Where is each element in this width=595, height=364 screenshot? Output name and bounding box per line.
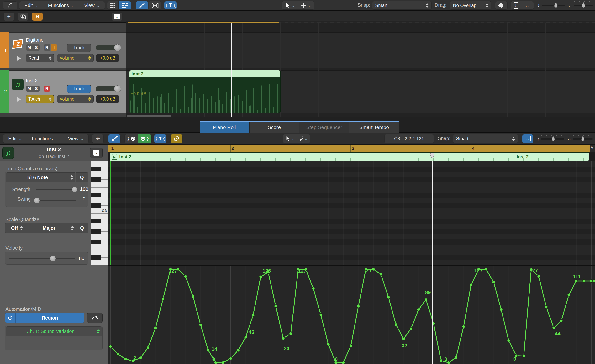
record-enable-button[interactable]: R	[43, 44, 50, 51]
arrange-menu-view[interactable]: View⌄	[79, 1, 105, 9]
zoom-slider-handle[interactable]	[581, 136, 585, 142]
hide-tracks-button[interactable]: H	[32, 12, 43, 21]
horizontal-scrollbar[interactable]	[127, 115, 171, 117]
strength-slider[interactable]	[36, 189, 76, 190]
mute-button[interactable]: M	[26, 44, 33, 51]
automation-point[interactable]	[582, 280, 585, 282]
pr-menu-view[interactable]: View⌄	[63, 134, 88, 143]
black-key[interactable]	[91, 167, 101, 171]
automation-point[interactable]	[372, 268, 375, 271]
link-button[interactable]	[170, 134, 183, 143]
black-key[interactable]	[91, 255, 101, 260]
automation-point[interactable]	[274, 305, 277, 308]
automation-point[interactable]	[162, 298, 164, 301]
track1-automation-mode[interactable]: Read	[26, 54, 54, 62]
automation-point[interactable]	[440, 359, 443, 362]
flex-button[interactable]	[149, 1, 162, 10]
slider-knob[interactable]	[114, 44, 121, 51]
automation-point[interactable]	[455, 356, 458, 359]
automation-point[interactable]	[462, 325, 465, 328]
automation-lane[interactable]: 21271404612624127012732890127012744111	[108, 265, 595, 364]
pr-catch-button[interactable]: ❯ ❮	[154, 134, 166, 143]
power-icon[interactable]	[5, 313, 16, 322]
pr-auto-zoom-button[interactable]: ↔	[522, 134, 533, 143]
automation-point[interactable]	[425, 298, 428, 301]
midi-region-inst2[interactable]: Inst 2 +0.0 dB	[129, 70, 281, 113]
automation-point[interactable]	[387, 296, 390, 299]
track2-number[interactable]: 2	[2, 70, 9, 113]
velocity-slider[interactable]	[9, 258, 75, 259]
tab-score[interactable]: Score	[249, 122, 299, 133]
pr-horizontal-zoom-slider[interactable]	[573, 138, 593, 140]
list-view-button[interactable]	[119, 1, 131, 10]
zoom-slider-handle[interactable]	[581, 2, 586, 9]
slider-knob[interactable]	[114, 85, 121, 92]
automation-point[interactable]	[342, 361, 345, 364]
automation-point[interactable]	[192, 295, 195, 298]
automation-point[interactable]	[282, 337, 285, 340]
duplicate-track-button[interactable]	[18, 12, 28, 21]
tab-piano-roll[interactable]: Piano Roll	[200, 122, 249, 133]
automation-point[interactable]	[410, 327, 412, 330]
solo-button[interactable]: S	[33, 44, 40, 51]
automation-point[interactable]	[380, 273, 382, 276]
automation-point[interactable]	[237, 349, 240, 352]
region-automation-line[interactable]	[129, 98, 280, 98]
track2-volume-slider[interactable]	[96, 86, 120, 91]
automation-point[interactable]	[319, 313, 322, 316]
automation-point[interactable]	[327, 343, 330, 346]
track2-automation-param[interactable]: Volume	[57, 95, 94, 103]
automation-point[interactable]	[470, 283, 473, 286]
automation-point[interactable]	[507, 339, 510, 342]
automation-point[interactable]	[349, 344, 352, 347]
zoom-slider-handle[interactable]	[553, 2, 558, 9]
automation-point[interactable]	[492, 281, 495, 284]
scale-q-button[interactable]: Q	[76, 223, 88, 233]
slider-knob[interactable]	[34, 198, 40, 203]
track1-volume-slider[interactable]	[96, 45, 120, 50]
zoom-slider-handle[interactable]	[551, 136, 555, 142]
scale-root-select[interactable]: Off	[5, 223, 29, 233]
pr-region-band[interactable]: ▶ Inst 2 Inst 2	[110, 152, 589, 161]
swing-slider[interactable]	[36, 200, 76, 201]
automation-curve-line[interactable]	[110, 269, 595, 363]
black-key[interactable]	[91, 219, 101, 224]
piano-roll-ruler[interactable]: 1234 5	[108, 145, 595, 152]
track2-header[interactable]: ♫ Inst 2 M S R Track Touch Volume +0.0 d…	[9, 70, 126, 113]
collapse-button[interactable]: ⌄ ⌃	[92, 134, 104, 143]
pointer-tool-button[interactable]: ⌄	[282, 1, 298, 9]
track2-automation-value[interactable]: +0.0 dB	[96, 95, 119, 103]
pr-playhead-marker[interactable]	[430, 153, 435, 159]
automation-curve[interactable]: 21271404612624127012732890127012744111	[108, 266, 595, 364]
automation-point[interactable]	[552, 326, 555, 329]
horizontal-zoom-slider[interactable]	[574, 5, 593, 6]
drag-select[interactable]: No Overlap	[450, 1, 491, 10]
track1-name[interactable]: Digitone	[26, 37, 43, 43]
automation-point[interactable]	[147, 346, 149, 349]
automation-point[interactable]	[593, 280, 595, 282]
pr-vertical-zoom-slider[interactable]	[541, 138, 564, 140]
black-key[interactable]	[91, 177, 101, 182]
time-quantize-select[interactable]: 1/16 Note	[6, 172, 75, 182]
automation-point[interactable]	[244, 336, 247, 339]
horizontal-auto-zoom-button[interactable]: ↔	[521, 1, 533, 9]
automation-point[interactable]	[485, 268, 488, 271]
automation-point[interactable]	[207, 349, 210, 351]
automation-point[interactable]	[139, 357, 142, 359]
automation-point[interactable]	[289, 332, 292, 335]
automation-point[interactable]	[154, 327, 157, 329]
automation-point[interactable]	[545, 305, 548, 308]
scale-mode-select[interactable]: Major	[29, 223, 76, 233]
pr-pencil-tool[interactable]: ⌄	[296, 134, 310, 143]
record-enable-button[interactable]: R	[43, 85, 50, 92]
catch-playhead-button[interactable]: ❯ ❮	[164, 1, 177, 10]
pr-snap-select[interactable]: Smart	[453, 134, 518, 143]
piano-keyboard[interactable]: C3	[91, 161, 108, 265]
region-body[interactable]: +0.0 dB	[129, 77, 280, 113]
automation-point[interactable]	[184, 275, 187, 278]
waveform-zoom-button[interactable]	[495, 1, 508, 10]
track-lane-1[interactable]	[126, 32, 595, 68]
black-key[interactable]	[91, 240, 101, 244]
automation-point[interactable]	[109, 345, 112, 348]
automation-point[interactable]	[537, 275, 540, 278]
